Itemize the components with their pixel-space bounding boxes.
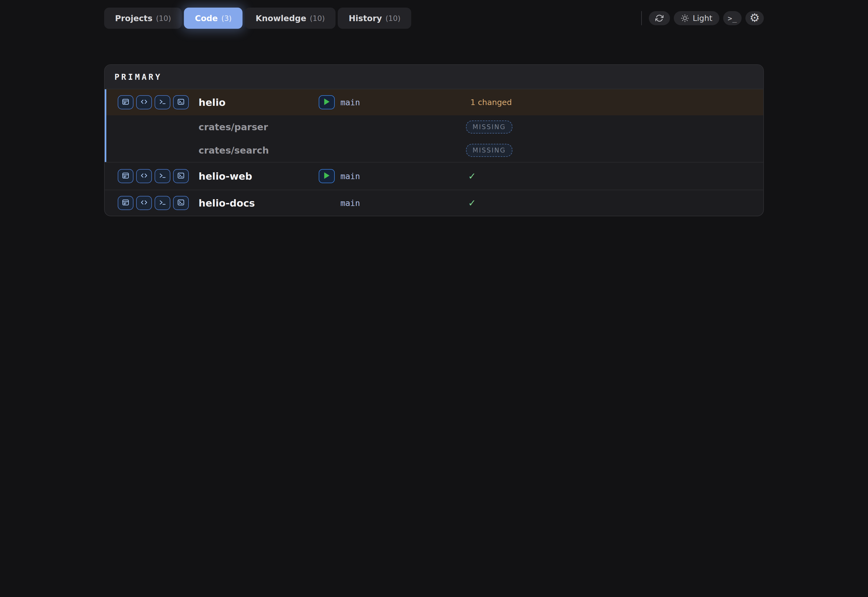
tab-count: (10) — [156, 14, 171, 22]
code-icon — [140, 171, 148, 181]
open-code-button[interactable] — [136, 196, 152, 210]
branch-label: main — [341, 98, 360, 107]
code-icon — [140, 198, 148, 208]
refresh-button[interactable] — [649, 11, 670, 25]
open-code-button[interactable] — [136, 95, 152, 109]
subrepo-name: crates/search — [198, 145, 319, 156]
selection-accent-bar — [105, 89, 106, 162]
terminal-button[interactable]: >_ — [723, 11, 742, 25]
tab-count: (10) — [310, 14, 325, 22]
changed-status: 1 changed — [470, 98, 512, 107]
branch-label: main — [341, 171, 360, 181]
repo-action-buttons — [118, 95, 198, 109]
subrepo-row-crates-search[interactable]: crates/search MISSING — [105, 139, 763, 162]
tab-label: History — [348, 13, 382, 23]
tab-label: Projects — [115, 13, 153, 23]
branch-cell: main — [319, 95, 466, 109]
section-title: PRIMARY — [114, 72, 162, 82]
tab-count: (3) — [221, 14, 232, 22]
terminal-window-icon — [177, 171, 185, 181]
tab-code[interactable]: Code (3) — [184, 7, 243, 29]
repo-name: helio-docs — [198, 198, 319, 209]
open-panel-button[interactable] — [118, 95, 133, 109]
settings-button[interactable]: ⚙ — [745, 11, 764, 25]
panel-icon — [121, 198, 130, 208]
terminal-icon — [158, 198, 167, 208]
missing-badge: MISSING — [466, 120, 513, 134]
topbar-divider — [641, 11, 642, 25]
tab-projects[interactable]: Projects (10) — [104, 7, 182, 29]
tab-knowledge[interactable]: Knowledge (10) — [245, 7, 336, 29]
tab-history[interactable]: History (10) — [338, 7, 411, 29]
theme-label: Light — [693, 13, 712, 23]
sync-icon — [655, 14, 664, 22]
terminal-window-icon — [177, 198, 185, 208]
tab-label: Knowledge — [256, 13, 306, 23]
terminal-icon — [158, 98, 167, 107]
check-icon: ✓ — [468, 171, 476, 181]
terminal-prompt-glyph: >_ — [728, 14, 737, 22]
repo-row-helio-web[interactable]: helio-web main ✓ — [105, 163, 763, 190]
status-cell: MISSING — [466, 120, 763, 134]
play-icon — [324, 172, 330, 180]
open-terminal-button[interactable] — [155, 95, 170, 109]
topbar: Projects (10) Code (3) Knowledge (10) Hi… — [104, 7, 764, 29]
subrepo-row-crates-parser[interactable]: crates/parser MISSING — [105, 115, 763, 139]
open-panel-button[interactable] — [118, 196, 133, 210]
repo-row-helio-docs[interactable]: helio-docs main ✓ — [105, 190, 763, 216]
run-button[interactable] — [319, 95, 335, 109]
panel-icon — [121, 98, 130, 107]
status-cell: ✓ — [466, 198, 763, 208]
open-terminal-window-button[interactable] — [173, 169, 189, 183]
branch-cell: main — [319, 196, 466, 210]
primary-section-card: PRIMARY — [104, 64, 764, 216]
repo-action-buttons — [118, 196, 198, 210]
tab-bar: Projects (10) Code (3) Knowledge (10) Hi… — [104, 7, 411, 29]
code-icon — [140, 98, 148, 107]
section-header: PRIMARY — [105, 65, 763, 89]
repo-row-helio[interactable]: helio main 1 changed — [105, 89, 763, 115]
tab-count: (10) — [385, 14, 400, 22]
terminal-window-icon — [177, 98, 185, 107]
subrepo-name: crates/parser — [198, 122, 319, 132]
repo-action-buttons — [118, 169, 198, 183]
sun-icon — [681, 14, 689, 22]
run-button[interactable] — [319, 169, 335, 183]
tab-label: Code — [195, 13, 218, 23]
topbar-actions: Light >_ ⚙ — [641, 11, 764, 25]
open-code-button[interactable] — [136, 169, 152, 183]
status-cell: 1 changed — [466, 98, 763, 107]
branch-label: main — [341, 198, 360, 208]
check-icon: ✓ — [468, 198, 476, 208]
status-cell: ✓ — [466, 171, 763, 181]
branch-cell: main — [319, 169, 466, 183]
open-terminal-window-button[interactable] — [173, 196, 189, 210]
repo-name: helio — [198, 97, 319, 108]
play-icon — [324, 98, 330, 106]
open-terminal-window-button[interactable] — [173, 95, 189, 109]
repo-group-helio: helio main 1 changed crates/parser — [105, 89, 763, 163]
repo-name: helio-web — [198, 171, 319, 182]
theme-toggle-button[interactable]: Light — [674, 11, 719, 25]
open-terminal-button[interactable] — [155, 169, 170, 183]
terminal-icon — [158, 171, 167, 181]
missing-badge: MISSING — [466, 144, 513, 157]
open-terminal-button[interactable] — [155, 196, 170, 210]
open-panel-button[interactable] — [118, 169, 133, 183]
gear-icon: ⚙ — [750, 12, 760, 24]
status-cell: MISSING — [466, 144, 763, 157]
run-button-placeholder — [319, 196, 335, 210]
panel-icon — [121, 171, 130, 181]
